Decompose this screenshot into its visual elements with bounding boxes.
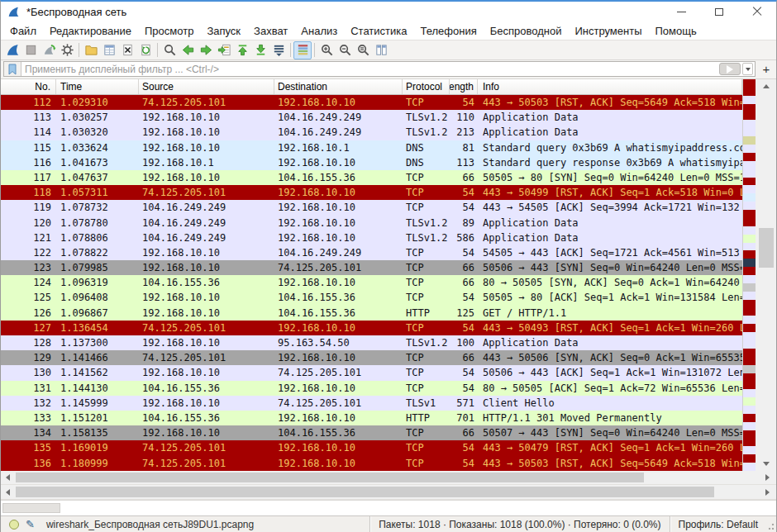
packet-row-134[interactable]: 1341.158135192.168.10.10104.16.155.36TCP…	[1, 425, 742, 440]
open-file-button[interactable]	[82, 41, 100, 59]
display-filter-input[interactable]	[21, 63, 719, 75]
auto-scroll-button[interactable]	[269, 41, 288, 59]
packet-row-132[interactable]: 1321.145999192.168.10.1074.125.205.101TL…	[1, 396, 742, 411]
menu-item-10[interactable]: Инструменты	[568, 23, 648, 39]
go-top-button[interactable]	[233, 41, 251, 59]
packet-row-129[interactable]: 1291.14146674.125.205.101192.168.10.10TC…	[1, 350, 742, 365]
packet-row-117[interactable]: 1171.047637192.168.10.10104.16.155.36TCP…	[1, 170, 742, 185]
vertical-scrollbar-thumb[interactable]	[759, 228, 774, 268]
column-header-info[interactable]: Info	[478, 79, 742, 94]
column-header-no[interactable]: No.	[1, 79, 56, 94]
close-file-button[interactable]	[118, 41, 136, 59]
cell-src: 192.168.10.10	[139, 140, 274, 155]
scroll-right-button[interactable]	[760, 471, 775, 484]
cell-no: 131	[1, 381, 56, 396]
packet-row-127[interactable]: 1271.13645474.125.205.101192.168.10.10TC…	[1, 321, 742, 335]
minimap-stripe	[743, 430, 756, 439]
zoom-normal-button[interactable]	[354, 41, 372, 59]
menu-item-7[interactable]: Статистика	[344, 23, 413, 39]
menu-item-3[interactable]: Просмотр	[138, 23, 200, 39]
colorize-button[interactable]	[293, 41, 312, 59]
menu-item-2[interactable]: Редактирование	[43, 23, 138, 39]
go-bottom-button[interactable]	[251, 41, 269, 59]
packet-row-121[interactable]: 1211.078806104.16.249.249192.168.10.10TL…	[1, 230, 742, 245]
find-packet-button[interactable]	[160, 41, 179, 59]
pane-stub[interactable]	[2, 503, 60, 513]
packet-row-131[interactable]: 1311.144130104.16.155.36192.168.10.10TCP…	[1, 381, 742, 396]
resize-grip[interactable]	[766, 519, 775, 530]
packet-row-128[interactable]: 1281.137300192.168.10.1095.163.54.50TLSv…	[1, 335, 742, 350]
close-button[interactable]	[738, 2, 776, 21]
capture-options-button[interactable]	[58, 41, 76, 59]
packet-row-124[interactable]: 1241.096319104.16.155.36192.168.10.10TCP…	[1, 275, 742, 290]
zoom-in-button[interactable]	[317, 41, 336, 59]
horizontal-scrollbar-packet-list[interactable]	[1, 471, 776, 485]
save-file-button[interactable]	[100, 41, 118, 59]
apply-filter-button[interactable]	[719, 63, 741, 75]
capture-comment-icon[interactable]: ✎	[26, 518, 35, 530]
packet-row-122[interactable]: 1221.078822192.168.10.10104.16.249.249TC…	[1, 245, 742, 260]
add-filter-button[interactable]: +	[759, 62, 774, 77]
scroll-left-button[interactable]	[1, 485, 15, 499]
start-capture-button[interactable]	[3, 41, 21, 59]
menu-item-4[interactable]: Запуск	[200, 23, 247, 39]
menu-item-1[interactable]: Файл	[3, 23, 43, 39]
stop-capture-button[interactable]	[21, 41, 40, 59]
packet-row-133[interactable]: 1331.151201104.16.155.36192.168.10.10HTT…	[1, 411, 742, 425]
scroll-up-button[interactable]	[756, 79, 776, 93]
vertical-scrollbar[interactable]	[756, 79, 776, 471]
column-header-destination[interactable]: Destination	[274, 79, 403, 94]
packet-row-118[interactable]: 1181.05731174.125.205.101192.168.10.10TC…	[1, 185, 742, 200]
packet-row-120[interactable]: 1201.078780104.16.249.249192.168.10.10TL…	[1, 216, 742, 230]
resize-columns-button[interactable]	[372, 41, 390, 59]
packet-row-123[interactable]: 1231.079985192.168.10.1074.125.205.101TC…	[1, 260, 742, 275]
packet-row-115[interactable]: 1151.033624192.168.10.10192.168.10.1DNS8…	[1, 140, 742, 155]
profile-label[interactable]: Профиль: Default	[670, 516, 767, 532]
cell-no: 118	[1, 185, 56, 200]
expert-info-icon[interactable]	[9, 520, 19, 530]
menu-item-9[interactable]: Беспроводной	[484, 23, 569, 39]
maximize-button[interactable]	[700, 2, 738, 21]
go-to-packet-button[interactable]	[215, 41, 233, 59]
packet-row-116[interactable]: 1161.041673192.168.10.1192.168.10.10DNS1…	[1, 155, 742, 170]
filter-dropdown-button[interactable]	[742, 63, 753, 75]
column-header-length[interactable]: Length	[450, 79, 478, 94]
go-forward-button[interactable]	[197, 41, 215, 59]
scroll-right-button[interactable]	[760, 485, 775, 499]
horizontal-scrollbar-thumb[interactable]	[16, 473, 644, 482]
menu-item-8[interactable]: Телефония	[413, 23, 483, 39]
reload-file-button[interactable]	[136, 41, 155, 59]
restart-capture-button[interactable]	[40, 41, 58, 59]
minimap-stripe	[743, 218, 756, 226]
scroll-down-button[interactable]	[756, 457, 776, 471]
column-header-source[interactable]: Source	[139, 79, 274, 94]
minimize-icon	[677, 12, 686, 12]
zoom-out-button[interactable]	[336, 41, 354, 59]
scroll-left-button[interactable]	[1, 471, 15, 484]
packet-row-125[interactable]: 1251.096408192.168.10.10104.16.155.36TCP…	[1, 290, 742, 305]
menu-item-11[interactable]: Помощь	[649, 23, 703, 39]
minimap-stripe	[743, 381, 756, 389]
packet-row-126[interactable]: 1261.096867192.168.10.10104.16.155.36HTT…	[1, 306, 742, 321]
horizontal-scrollbar-secondary[interactable]	[1, 485, 776, 500]
column-header-time[interactable]: Time	[56, 79, 139, 94]
packet-row-130[interactable]: 1301.141562192.168.10.1074.125.205.101TC…	[1, 365, 742, 380]
horizontal-scrollbar-thumb[interactable]	[16, 487, 714, 497]
minimize-button[interactable]	[662, 2, 700, 21]
packet-row-113[interactable]: 1131.030257192.168.10.10104.16.249.249TL…	[1, 110, 742, 125]
cell-len: 54	[450, 365, 478, 380]
packet-row-119[interactable]: 1191.078732104.16.249.249192.168.10.10TC…	[1, 200, 742, 215]
packet-minimap-scrollbar[interactable]	[742, 79, 756, 471]
packet-row-136[interactable]: 1361.18099974.125.205.101192.168.10.10TC…	[1, 456, 742, 471]
minimap-stripe	[743, 79, 756, 88]
go-back-button[interactable]	[179, 41, 197, 59]
cell-dst: 192.168.10.10	[274, 200, 403, 215]
menu-item-6[interactable]: Анализ	[294, 23, 344, 39]
packet-row-114[interactable]: 1141.030320192.168.10.10104.16.249.249TL…	[1, 125, 742, 140]
packet-row-112[interactable]: 1121.02931074.125.205.101192.168.10.10TC…	[1, 95, 742, 110]
packet-row-135[interactable]: 1351.16901974.125.205.101192.168.10.10TC…	[1, 440, 742, 455]
menu-item-5[interactable]: Захват	[247, 23, 294, 39]
minimap-stripe	[743, 389, 756, 397]
filter-bookmark-button[interactable]	[4, 62, 21, 76]
column-header-protocol[interactable]: Protocol	[403, 79, 450, 94]
